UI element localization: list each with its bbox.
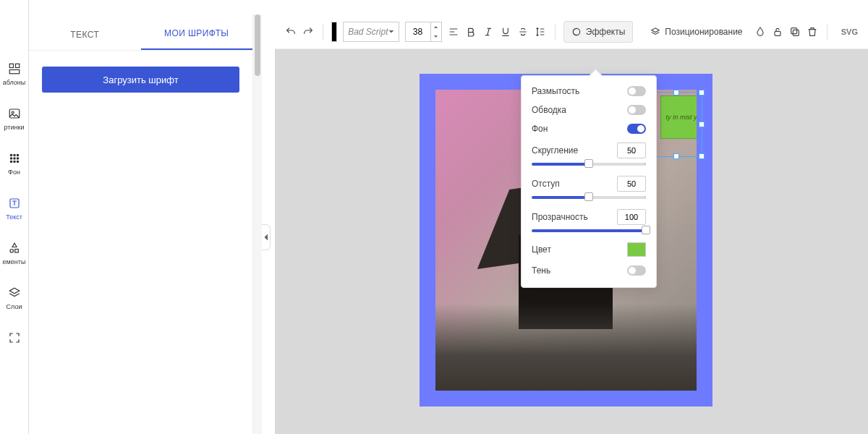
- text-toolbar: Bad Script Эффекты Позиционирование: [275, 14, 868, 49]
- underline-button[interactable]: [500, 22, 511, 42]
- svg-point-15: [10, 250, 14, 253]
- resize-handle-mt[interactable]: [673, 90, 679, 95]
- shapes-icon: [7, 241, 22, 255]
- resize-handle-tr[interactable]: [699, 90, 705, 95]
- rail-label: ртинки: [4, 124, 25, 131]
- undo-button[interactable]: [285, 22, 297, 42]
- shadow-label: Тень: [532, 265, 550, 276]
- panel-scrollbar[interactable]: [253, 14, 262, 434]
- effects-icon: [571, 27, 582, 37]
- blur-label: Размытость: [532, 86, 579, 96]
- svg-rect-0: [9, 64, 13, 67]
- svg-point-4: [12, 111, 14, 114]
- delete-button[interactable]: [807, 22, 818, 42]
- svg-rect-19: [793, 30, 799, 35]
- opacity-button[interactable]: [754, 22, 766, 42]
- svg-rect-1: [15, 64, 19, 67]
- rail-images[interactable]: ртинки: [0, 106, 29, 131]
- stroke-label: Обводка: [532, 105, 566, 115]
- italic-button[interactable]: [482, 22, 494, 42]
- resize-handle-mr[interactable]: [699, 122, 705, 127]
- selection-box[interactable]: [650, 92, 702, 157]
- left-rail: аблоны ртинки Фон Текст ементы Слои: [0, 0, 29, 434]
- radius-slider[interactable]: [532, 163, 646, 166]
- tab-myfonts[interactable]: МОИ ШРИФТЫ: [141, 18, 253, 50]
- svg-rect-2: [9, 70, 20, 74]
- tab-text[interactable]: ТЕКСТ: [29, 20, 141, 50]
- radius-label: Скругление: [532, 145, 578, 156]
- unlock-button[interactable]: [772, 22, 783, 42]
- padding-input[interactable]: [617, 176, 646, 192]
- resize-handle-br[interactable]: [699, 153, 705, 159]
- svg-point-6: [13, 154, 14, 156]
- opacity-input[interactable]: [617, 209, 646, 225]
- text-color-swatch[interactable]: [331, 22, 337, 42]
- opacity-label: Прозрачность: [532, 212, 588, 222]
- shadow-toggle[interactable]: [627, 265, 646, 276]
- rail-label: Слои: [7, 303, 22, 310]
- color-label: Цвет: [532, 244, 551, 255]
- fonts-panel: ТЕКСТ МОИ ШРИФТЫ Загрузить шрифт: [29, 14, 253, 434]
- canvas-stage[interactable]: ty In mist y Размытость Обводка: [275, 49, 868, 434]
- svg-point-7: [17, 154, 18, 156]
- svg-point-9: [13, 158, 14, 159]
- radius-input[interactable]: [617, 142, 646, 158]
- svg-point-10: [17, 158, 18, 159]
- svg-point-13: [17, 161, 18, 162]
- text-icon: [7, 196, 22, 210]
- font-size-stepper[interactable]: [405, 22, 442, 42]
- rail-templates[interactable]: аблоны: [0, 61, 29, 86]
- svg-point-5: [10, 154, 12, 156]
- position-button[interactable]: Позиционирование: [644, 21, 748, 43]
- collapse-panel-button[interactable]: [262, 224, 271, 250]
- rail-label: ементы: [3, 258, 26, 265]
- bg-color-swatch[interactable]: [627, 242, 646, 257]
- editor-area: Bad Script Эффекты Позиционирование: [275, 14, 868, 434]
- svg-rect-20: [791, 27, 796, 33]
- align-button[interactable]: [448, 22, 459, 42]
- upload-font-button[interactable]: Загрузить шрифт: [42, 67, 239, 93]
- panel-tabs: ТЕКСТ МОИ ШРИФТЫ: [29, 14, 252, 51]
- background-toggle[interactable]: [627, 124, 646, 134]
- blur-toggle[interactable]: [627, 86, 646, 96]
- rail-label: Фон: [8, 169, 20, 176]
- image-icon: [7, 106, 22, 121]
- effects-button[interactable]: Эффекты: [563, 21, 634, 43]
- size-up-button[interactable]: [431, 22, 441, 32]
- svg-point-8: [10, 158, 12, 159]
- rail-background[interactable]: Фон: [0, 151, 29, 176]
- font-family-select[interactable]: Bad Script: [343, 22, 399, 42]
- layers-icon: [650, 27, 660, 37]
- fullscreen-icon: [7, 331, 22, 345]
- rail-label: Текст: [6, 213, 22, 221]
- padding-slider[interactable]: [532, 196, 646, 199]
- position-label: Позиционирование: [665, 27, 742, 37]
- background-label: Фон: [532, 124, 548, 134]
- resize-handle-mb[interactable]: [673, 153, 679, 159]
- strike-button[interactable]: [517, 22, 529, 42]
- scroll-thumb[interactable]: [255, 14, 260, 76]
- line-height-button[interactable]: [535, 22, 546, 42]
- layers-icon: [7, 286, 22, 300]
- svg-rect-18: [775, 31, 780, 35]
- rail-elements[interactable]: ементы: [0, 241, 29, 265]
- svg-point-12: [13, 161, 14, 162]
- templates-icon: [7, 61, 22, 76]
- padding-label: Отступ: [532, 179, 560, 189]
- grid-icon: [7, 151, 22, 166]
- font-family-value: Bad Script: [348, 27, 388, 37]
- rail-text[interactable]: Текст: [0, 196, 29, 221]
- rail-fullscreen[interactable]: [0, 331, 29, 345]
- effects-popover: Размытость Обводка Фон Скругление Отступ: [521, 75, 657, 288]
- font-size-input[interactable]: [406, 27, 430, 37]
- chevron-down-icon: [388, 29, 394, 35]
- opacity-slider[interactable]: [532, 229, 646, 232]
- duplicate-button[interactable]: [789, 22, 801, 42]
- rail-layers[interactable]: Слои: [0, 286, 29, 310]
- bold-button[interactable]: [465, 22, 477, 42]
- redo-button[interactable]: [302, 22, 314, 42]
- size-down-button[interactable]: [431, 32, 441, 41]
- svg-point-11: [10, 161, 12, 162]
- stroke-toggle[interactable]: [627, 105, 646, 115]
- svg-export-button[interactable]: SVG: [841, 27, 858, 36]
